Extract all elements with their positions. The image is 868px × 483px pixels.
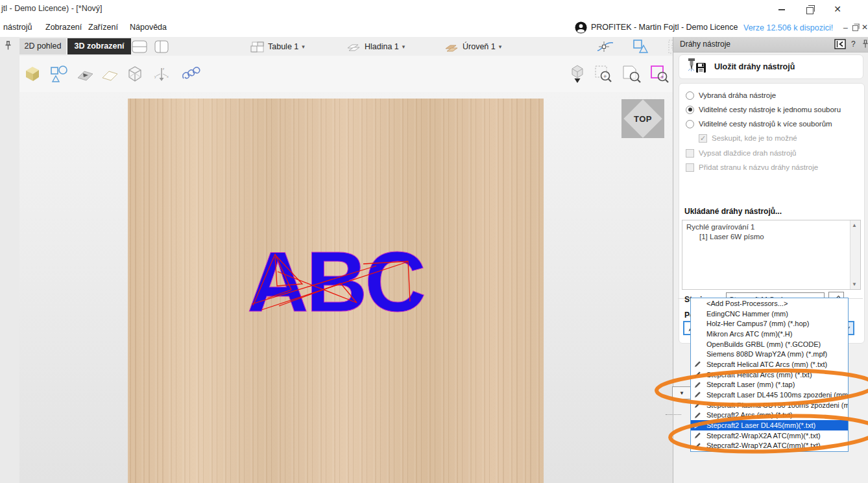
option-group-where-possible[interactable]: ✓ Seskupit, kde je to možné <box>699 133 797 143</box>
view-cube[interactable]: TOP <box>621 99 664 138</box>
iso-view-button[interactable] <box>566 62 589 86</box>
postprocessor-option[interactable]: Stepcraft Laser DL445 100ms zpozdeni (mm… <box>691 390 848 400</box>
material-block-icon <box>22 64 42 84</box>
viewport-3d[interactable]: ABC TOP <box>19 92 673 483</box>
radio-unselected-icon[interactable] <box>686 91 694 100</box>
level-selector[interactable]: Úroveň 1 ▾ <box>444 38 501 54</box>
postprocessor-option[interactable]: Stepcraft2-WrapX2A ATC(mm)(*.txt) <box>691 430 848 441</box>
account-button[interactable]: PROFITEK - Martin Fojtl - Demo Licence <box>575 20 738 34</box>
chevron-down-icon: ▾ <box>402 43 405 50</box>
scroll-up-icon[interactable]: ▲ <box>852 222 857 228</box>
minimize-icon <box>778 9 785 10</box>
material-surface-button[interactable] <box>74 65 96 84</box>
checkbox-unchecked-icon[interactable] <box>686 163 694 172</box>
svg-text:z: z <box>163 67 165 71</box>
sheet-selector[interactable]: Tabule 1 ▾ <box>250 38 305 54</box>
cube-down-icon <box>568 64 587 84</box>
zoom-fit-icon <box>621 64 642 84</box>
option-label: Přidat stranu k názvu dráhy nástroje <box>699 163 818 171</box>
menu-machine[interactable]: Zařízení <box>88 23 118 32</box>
checkbox-unchecked-icon[interactable] <box>686 149 694 158</box>
postprocessor-option[interactable]: <Add Post-Processors...> <box>691 298 848 309</box>
update-version-link[interactable]: Verze 12.506 k dispozici! <box>743 23 833 32</box>
title-bar: jtl - Demo Licence) - [*Nový] ✕ <box>0 0 868 18</box>
menu-help[interactable]: Nápověda <box>130 23 167 32</box>
menu-toolpaths[interactable]: nástrojů <box>3 23 32 32</box>
user-avatar-icon <box>575 21 587 34</box>
pin-icon[interactable] <box>4 41 12 51</box>
level-layers-icon <box>444 40 459 53</box>
postprocessor-option[interactable]: Stepcraft2-WrapY2A ATC(mm)(*.txt) <box>691 441 848 451</box>
chevron-down-icon: ▾ <box>302 43 305 50</box>
split-vertical-button[interactable] <box>152 39 171 54</box>
window-title: jtl - Demo Licence) - [*Nový] <box>1 4 102 13</box>
left-dock-strip <box>0 37 20 483</box>
view-toolbar: 2D pohled 3D zobrazení Tabule 1 ▾ <box>19 37 673 56</box>
tab-2d-view[interactable]: 2D pohled <box>19 38 66 54</box>
option-visible-multi-file[interactable]: Viditelné cesty nástrojů k více souborům <box>686 119 832 129</box>
vectors-visibility-button[interactable] <box>48 64 70 84</box>
layer-label: Hladina 1 <box>365 42 399 51</box>
help-icon[interactable]: ? <box>851 40 856 49</box>
layer-selector[interactable]: Hladina 1 ▾ <box>346 38 405 54</box>
save-toolpaths-header: Uložit dráhy nástrojů <box>679 54 863 79</box>
chevron-down-icon: ▾ <box>499 43 502 50</box>
hidden-dropdown-button[interactable]: ▼ <box>672 386 692 399</box>
zoom-fit-button[interactable] <box>620 64 644 84</box>
tab-3d-view[interactable]: 3D zobrazení <box>67 38 131 54</box>
postprocessor-option[interactable]: Stepcraft Plasma CUT50 100ms zpozdeni (m… <box>691 400 848 410</box>
minimize-button[interactable] <box>772 4 791 16</box>
wireframe-button[interactable] <box>123 64 145 84</box>
panel-title: Dráhy nástroje <box>680 40 730 49</box>
checkbox-checked-icon[interactable]: ✓ <box>699 134 707 143</box>
radio-selected-icon[interactable] <box>686 106 694 114</box>
snap-geometry-button[interactable] <box>594 38 616 54</box>
postprocessor-option[interactable]: EdingCNC Hammer (mm) <box>691 309 848 319</box>
option-output-tiles[interactable]: Vypsat dlaždice drah nástrojů <box>686 148 796 158</box>
engraved-text: ABC <box>247 234 424 329</box>
postprocessor-dropdown: <Add Post-Processors...> EdingCNC Hammer… <box>690 298 849 452</box>
postprocessor-option[interactable]: Stepcraft2 Arcs (mm) (*.txt) <box>691 410 848 421</box>
postprocessor-option[interactable]: OpenBuilds GRBL (mm) (*.GCODE) <box>691 339 848 349</box>
option-selected-toolpath[interactable]: Vybraná dráha nástroje <box>686 90 776 100</box>
restore-button[interactable] <box>800 6 819 18</box>
solid-block-button[interactable] <box>21 64 43 84</box>
menu-view[interactable]: Zobrazení <box>45 23 82 32</box>
hidden-divider <box>666 414 681 415</box>
postprocessor-option[interactable]: Stepcraft Helical ATC Arcs (mm) (*.txt) <box>691 359 848 370</box>
postprocessor-option[interactable]: Siemens 808D WrapY2A (mm) (*.mpf) <box>691 349 848 359</box>
sheet-label: Tabule 1 <box>268 42 298 51</box>
split-horizontal-button[interactable] <box>130 39 149 54</box>
radio-unselected-icon[interactable] <box>686 120 694 128</box>
pencil-icon <box>694 412 701 419</box>
pin-icon[interactable] <box>862 40 868 49</box>
toolpath-preview-button[interactable] <box>179 64 204 84</box>
surface-arrow-icon <box>75 66 95 83</box>
saved-toolpaths-list[interactable]: Rychlé gravírování 1 [1] Laser 6W písmo … <box>682 220 861 290</box>
toolpath-group-item[interactable]: Rychlé gravírování 1 <box>686 223 754 231</box>
collapse-panel-icon[interactable] <box>834 39 846 49</box>
postprocessor-option[interactable]: Holz-Her Campus7 (mm) (*.hop) <box>691 318 848 329</box>
postprocessor-option[interactable]: Stepcraft Laser (mm) (*.tap) <box>691 380 848 390</box>
postprocessor-option[interactable]: Stepcraft Helical Arcs (mm) (*.txt) <box>691 370 848 380</box>
toolpath-item[interactable]: [1] Laser 6W písmo <box>699 233 764 241</box>
option-label: Seskupit, kde je to možné <box>712 134 797 142</box>
flat-plane-button[interactable] <box>99 65 121 84</box>
zoom-selection-button[interactable]: + <box>592 64 615 84</box>
mdi-minimize-button[interactable]: _ <box>843 19 848 29</box>
mdi-restore-button[interactable] <box>852 25 859 34</box>
mdi-close-button[interactable]: ✕ <box>862 23 868 32</box>
option-append-side[interactable]: Přidat stranu k názvu dráhy nástroje <box>686 162 818 172</box>
origin-button[interactable]: z x y <box>151 65 173 84</box>
postprocessor-option[interactable]: Mikron Arcs ATC (mm)(*.H) <box>691 329 848 339</box>
close-button[interactable]: ✕ <box>828 4 847 16</box>
list-scrollbar[interactable]: ▲ ▼ <box>850 220 860 289</box>
snap-shapes-button[interactable] <box>629 38 651 54</box>
scroll-down-icon[interactable]: ▼ <box>852 281 857 287</box>
zoom-rect-button[interactable]: + <box>647 64 672 84</box>
axes-anchor-icon: z x y <box>152 65 171 84</box>
postprocessor-option-selected[interactable]: Stepcraft2 Laser DL445(mm)(*.txt) <box>691 420 848 430</box>
save-toolpaths-title: Uložit dráhy nástrojů <box>714 62 795 71</box>
option-visible-one-file[interactable]: Viditelné cesty nástroje k jednomu soubo… <box>686 104 841 115</box>
square-triangle-icon <box>632 39 649 54</box>
